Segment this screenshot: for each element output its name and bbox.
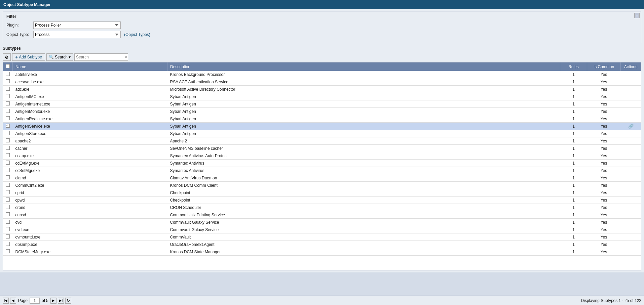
next-page-button[interactable]: ▶ (50, 298, 56, 304)
row-checkbox[interactable] (6, 168, 10, 172)
table-row: cvmountd.exe CommVault 1 Yes (3, 233, 641, 241)
row-actions (621, 160, 641, 167)
row-checkbox[interactable] (6, 183, 10, 187)
row-checkbox[interactable] (6, 242, 10, 246)
row-name: cacher (13, 145, 167, 152)
row-rules: 1 (560, 174, 587, 182)
row-checkbox-cell (3, 115, 13, 123)
row-actions (621, 100, 641, 108)
gear-button[interactable]: ⚙ (3, 53, 11, 61)
displaying-text: Displaying Subtypes 1 - 25 of 122 (581, 298, 641, 303)
table-row: CommClnt2.exe Kronos DCM Comm Client 1 Y… (3, 182, 641, 189)
row-checkbox[interactable] (6, 249, 10, 253)
search-icon: 🔍 (49, 55, 54, 59)
row-checkbox[interactable] (6, 131, 10, 135)
table-row: cupsd Common Unix Printing Service 1 Yes (3, 211, 641, 219)
row-actions (621, 241, 641, 248)
row-rules: 1 (560, 152, 587, 160)
row-description: Symantec Antivirus (167, 160, 560, 167)
row-checkbox[interactable] (6, 109, 10, 113)
row-checkbox-cell (3, 189, 13, 197)
header-actions: Actions (621, 62, 641, 71)
row-rules: 1 (560, 219, 587, 226)
row-is-common: Yes (587, 233, 621, 241)
row-actions: 🔗 (621, 123, 641, 130)
plugin-label: Plugin: (6, 23, 33, 28)
search-button[interactable]: 🔍 Search ▾ (46, 53, 73, 61)
row-description: RSA ACE Authentication Service (167, 78, 560, 86)
row-checkbox[interactable] (6, 212, 10, 216)
row-actions (621, 130, 641, 137)
table-row: cprid Checkpoint 1 Yes (3, 189, 641, 197)
row-checkbox-cell (3, 241, 13, 248)
row-is-common: Yes (587, 145, 621, 152)
row-description: Sybari Antigen (167, 130, 560, 137)
subtypes-section: Subtypes ⚙ + Add Subtype 🔍 Search ▾ × (3, 45, 641, 270)
table-body: abtntsrv.exe Kronos Background Processor… (3, 71, 641, 256)
row-checkbox-cell (3, 152, 13, 160)
prev-page-button[interactable]: ◀ (10, 298, 16, 304)
row-actions (621, 86, 641, 93)
row-checkbox[interactable] (6, 124, 10, 128)
row-checkbox[interactable] (6, 234, 10, 238)
row-checkbox-cell (3, 137, 13, 145)
row-checkbox[interactable] (6, 116, 10, 120)
row-checkbox[interactable] (6, 138, 10, 142)
row-checkbox-cell (3, 174, 13, 182)
row-checkbox-cell (3, 93, 13, 100)
row-checkbox[interactable] (6, 175, 10, 179)
row-description: CRON Scheduler (167, 204, 560, 211)
row-name: crond (13, 204, 167, 211)
row-actions (621, 108, 641, 115)
plugin-select[interactable]: Process Poller (33, 21, 121, 29)
row-checkbox-cell (3, 248, 13, 256)
object-type-select[interactable]: Process (33, 31, 121, 38)
table-row: ccSetMgr.exe Symantec Antivirus 1 Yes (3, 167, 641, 174)
page-number-input[interactable] (30, 298, 40, 304)
last-page-button[interactable]: ▶| (58, 298, 64, 304)
row-is-common: Yes (587, 152, 621, 160)
row-name: adc.exe (13, 86, 167, 93)
row-actions (621, 78, 641, 86)
table-row: ccEvtMgr.exe Symantec Antivirus 1 Yes (3, 160, 641, 167)
row-name: ccSetMgr.exe (13, 167, 167, 174)
object-types-link[interactable]: (Object Types) (124, 32, 150, 37)
refresh-button[interactable]: ↻ (65, 298, 71, 304)
row-checkbox[interactable] (6, 87, 10, 91)
row-rules: 1 (560, 78, 587, 86)
search-clear-button[interactable]: × (125, 55, 127, 59)
row-checkbox[interactable] (6, 79, 10, 83)
row-is-common: Yes (587, 226, 621, 233)
row-checkbox[interactable] (6, 190, 10, 194)
action-icon[interactable]: 🔗 (628, 124, 634, 129)
row-description: Sybari Antigen (167, 100, 560, 108)
row-checkbox[interactable] (6, 227, 10, 231)
row-checkbox[interactable] (6, 161, 10, 165)
page-label: Page (18, 298, 28, 303)
row-checkbox[interactable] (6, 153, 10, 157)
title-bar: Object Subtype Manager (0, 0, 644, 9)
row-is-common: Yes (587, 189, 621, 197)
row-checkbox-cell (3, 86, 13, 93)
row-rules: 1 (560, 160, 587, 167)
row-actions (621, 115, 641, 123)
row-checkbox-cell (3, 160, 13, 167)
row-checkbox-cell (3, 78, 13, 86)
row-checkbox[interactable] (6, 101, 10, 105)
filter-collapse-button[interactable]: – (634, 13, 640, 18)
row-checkbox[interactable] (6, 72, 10, 76)
row-checkbox[interactable] (6, 198, 10, 202)
first-page-button[interactable]: |◀ (3, 298, 9, 304)
row-checkbox[interactable] (6, 205, 10, 209)
row-is-common: Yes (587, 197, 621, 204)
add-subtype-button[interactable]: + Add Subtype (12, 53, 45, 61)
row-checkbox[interactable] (6, 94, 10, 98)
select-all-checkbox[interactable] (6, 64, 10, 68)
search-input[interactable] (74, 53, 128, 61)
header-is-common: Is Common (587, 62, 621, 71)
row-is-common: Yes (587, 137, 621, 145)
row-description: Kronos DCM State Manager (167, 248, 560, 256)
row-rules: 1 (560, 211, 587, 219)
row-checkbox[interactable] (6, 220, 10, 224)
row-checkbox[interactable] (6, 146, 10, 150)
